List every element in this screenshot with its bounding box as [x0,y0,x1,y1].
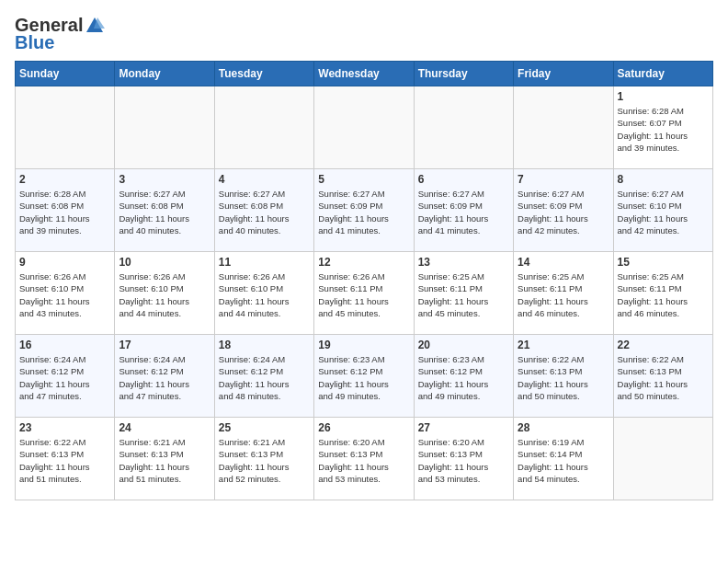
calendar-cell: 14Sunrise: 6:25 AM Sunset: 6:11 PM Dayli… [514,252,613,335]
calendar-cell: 13Sunrise: 6:25 AM Sunset: 6:11 PM Dayli… [414,252,513,335]
calendar-cell: 17Sunrise: 6:24 AM Sunset: 6:12 PM Dayli… [115,335,214,418]
day-info: Sunrise: 6:25 AM Sunset: 6:11 PM Dayligh… [618,270,709,319]
day-info: Sunrise: 6:24 AM Sunset: 6:12 PM Dayligh… [19,353,110,402]
week-row-2: 2Sunrise: 6:28 AM Sunset: 6:08 PM Daylig… [16,169,713,252]
day-number: 19 [318,339,409,351]
week-row-3: 9Sunrise: 6:26 AM Sunset: 6:10 PM Daylig… [16,252,713,335]
calendar-cell: 19Sunrise: 6:23 AM Sunset: 6:12 PM Dayli… [314,335,414,418]
day-number: 4 [219,173,310,186]
day-info: Sunrise: 6:21 AM Sunset: 6:13 PM Dayligh… [119,436,210,485]
calendar-cell: 8Sunrise: 6:27 AM Sunset: 6:10 PM Daylig… [613,169,712,252]
weekday-header-wednesday: Wednesday [314,62,414,86]
day-info: Sunrise: 6:23 AM Sunset: 6:12 PM Dayligh… [318,353,409,402]
weekday-header-sunday: Sunday [16,62,115,86]
calendar-cell: 1Sunrise: 6:28 AM Sunset: 6:07 PM Daylig… [613,86,712,169]
day-info: Sunrise: 6:28 AM Sunset: 6:07 PM Dayligh… [618,105,709,154]
calendar-cell: 3Sunrise: 6:27 AM Sunset: 6:08 PM Daylig… [115,169,214,252]
week-row-4: 16Sunrise: 6:24 AM Sunset: 6:12 PM Dayli… [16,335,713,418]
day-number: 8 [618,173,709,186]
calendar-cell [214,86,313,169]
calendar-cell: 15Sunrise: 6:25 AM Sunset: 6:11 PM Dayli… [613,252,712,335]
calendar-cell: 12Sunrise: 6:26 AM Sunset: 6:11 PM Dayli… [314,252,414,335]
day-number: 14 [518,256,609,269]
calendar-cell: 6Sunrise: 6:27 AM Sunset: 6:09 PM Daylig… [414,169,513,252]
day-info: Sunrise: 6:20 AM Sunset: 6:13 PM Dayligh… [418,436,509,485]
weekday-header-thursday: Thursday [414,62,513,86]
day-info: Sunrise: 6:24 AM Sunset: 6:12 PM Dayligh… [119,353,210,402]
weekday-header-friday: Friday [514,62,613,86]
day-info: Sunrise: 6:25 AM Sunset: 6:11 PM Dayligh… [518,270,609,319]
calendar-cell [514,86,613,169]
day-number: 27 [418,421,509,434]
day-number: 24 [119,421,210,434]
day-number: 7 [518,173,609,186]
day-number: 12 [318,256,409,269]
day-info: Sunrise: 6:20 AM Sunset: 6:13 PM Dayligh… [318,436,409,485]
day-info: Sunrise: 6:19 AM Sunset: 6:14 PM Dayligh… [518,436,609,485]
calendar-cell: 22Sunrise: 6:22 AM Sunset: 6:13 PM Dayli… [613,335,712,418]
day-info: Sunrise: 6:26 AM Sunset: 6:11 PM Dayligh… [318,270,409,319]
day-info: Sunrise: 6:25 AM Sunset: 6:11 PM Dayligh… [418,270,509,319]
day-info: Sunrise: 6:23 AM Sunset: 6:12 PM Dayligh… [418,353,509,402]
day-info: Sunrise: 6:26 AM Sunset: 6:10 PM Dayligh… [219,270,310,319]
week-row-1: 1Sunrise: 6:28 AM Sunset: 6:07 PM Daylig… [16,86,713,169]
day-number: 18 [219,339,310,351]
calendar-cell: 2Sunrise: 6:28 AM Sunset: 6:08 PM Daylig… [16,169,115,252]
day-info: Sunrise: 6:22 AM Sunset: 6:13 PM Dayligh… [19,436,110,485]
calendar-cell: 4Sunrise: 6:27 AM Sunset: 6:08 PM Daylig… [214,169,313,252]
day-number: 9 [19,256,110,269]
day-number: 5 [318,173,409,186]
calendar-cell: 27Sunrise: 6:20 AM Sunset: 6:13 PM Dayli… [414,418,513,500]
day-number: 16 [19,339,110,351]
day-number: 20 [418,339,509,351]
day-info: Sunrise: 6:27 AM Sunset: 6:09 PM Dayligh… [418,188,509,236]
logo: General Blue [15,15,105,53]
week-row-5: 23Sunrise: 6:22 AM Sunset: 6:13 PM Dayli… [16,418,713,500]
calendar-cell [314,86,414,169]
calendar-cell: 16Sunrise: 6:24 AM Sunset: 6:12 PM Dayli… [16,335,115,418]
calendar-cell: 26Sunrise: 6:20 AM Sunset: 6:13 PM Dayli… [314,418,414,500]
weekday-header-saturday: Saturday [613,62,712,86]
calendar-cell: 20Sunrise: 6:23 AM Sunset: 6:12 PM Dayli… [414,335,513,418]
calendar-cell: 28Sunrise: 6:19 AM Sunset: 6:14 PM Dayli… [514,418,613,500]
calendar-cell [115,86,214,169]
day-number: 13 [418,256,509,269]
weekday-header-row: SundayMondayTuesdayWednesdayThursdayFrid… [16,62,713,86]
day-info: Sunrise: 6:26 AM Sunset: 6:10 PM Dayligh… [119,270,210,319]
day-number: 15 [618,256,709,269]
calendar-cell: 18Sunrise: 6:24 AM Sunset: 6:12 PM Dayli… [214,335,313,418]
day-info: Sunrise: 6:27 AM Sunset: 6:08 PM Dayligh… [119,188,210,236]
logo-text-blue: Blue [15,32,54,53]
day-info: Sunrise: 6:26 AM Sunset: 6:10 PM Dayligh… [19,270,110,319]
day-number: 2 [19,173,110,186]
day-info: Sunrise: 6:28 AM Sunset: 6:08 PM Dayligh… [19,188,110,236]
day-number: 21 [518,339,609,351]
day-number: 26 [318,421,409,434]
calendar-cell: 21Sunrise: 6:22 AM Sunset: 6:13 PM Dayli… [514,335,613,418]
calendar-cell: 5Sunrise: 6:27 AM Sunset: 6:09 PM Daylig… [314,169,414,252]
calendar-cell: 24Sunrise: 6:21 AM Sunset: 6:13 PM Dayli… [115,418,214,500]
weekday-header-monday: Monday [115,62,214,86]
calendar-cell: 23Sunrise: 6:22 AM Sunset: 6:13 PM Dayli… [16,418,115,500]
calendar-cell [613,418,712,500]
day-info: Sunrise: 6:24 AM Sunset: 6:12 PM Dayligh… [219,353,310,402]
day-number: 28 [518,421,609,434]
day-number: 25 [219,421,310,434]
logo-icon [85,16,105,36]
calendar-cell [16,86,115,169]
day-info: Sunrise: 6:21 AM Sunset: 6:13 PM Dayligh… [219,436,310,485]
calendar-cell: 9Sunrise: 6:26 AM Sunset: 6:10 PM Daylig… [16,252,115,335]
day-number: 6 [418,173,509,186]
day-info: Sunrise: 6:27 AM Sunset: 6:10 PM Dayligh… [618,188,709,236]
day-number: 17 [119,339,210,351]
day-info: Sunrise: 6:27 AM Sunset: 6:09 PM Dayligh… [318,188,409,236]
day-info: Sunrise: 6:22 AM Sunset: 6:13 PM Dayligh… [518,353,609,402]
calendar-table: SundayMondayTuesdayWednesdayThursdayFrid… [15,61,713,500]
day-info: Sunrise: 6:27 AM Sunset: 6:09 PM Dayligh… [518,188,609,236]
calendar-cell: 11Sunrise: 6:26 AM Sunset: 6:10 PM Dayli… [214,252,313,335]
calendar-cell: 7Sunrise: 6:27 AM Sunset: 6:09 PM Daylig… [514,169,613,252]
day-info: Sunrise: 6:22 AM Sunset: 6:13 PM Dayligh… [618,353,709,402]
calendar-cell: 25Sunrise: 6:21 AM Sunset: 6:13 PM Dayli… [214,418,313,500]
day-number: 23 [19,421,110,434]
calendar-cell [414,86,513,169]
